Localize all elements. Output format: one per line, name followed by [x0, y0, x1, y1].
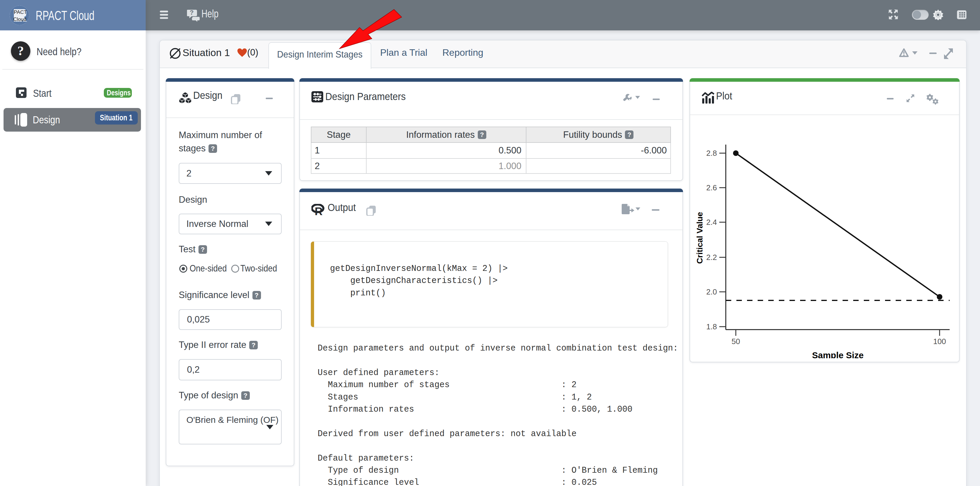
svg-text:Cloud: Cloud: [13, 16, 26, 22]
svg-text:2.4: 2.4: [706, 218, 717, 226]
svg-text:PACT: PACT: [14, 10, 27, 15]
svg-text:Sample Size: Sample Size: [812, 350, 864, 358]
svg-text:1.8: 1.8: [706, 322, 717, 331]
svg-text:50: 50: [732, 337, 740, 346]
svg-text:2.0: 2.0: [706, 287, 717, 296]
svg-text:?: ?: [189, 9, 194, 16]
svg-text:2.6: 2.6: [706, 183, 717, 192]
svg-text:R: R: [315, 206, 323, 216]
svg-text:2.2: 2.2: [706, 253, 717, 262]
svg-text:2.8: 2.8: [706, 149, 717, 158]
svg-text:Critical Value: Critical Value: [695, 212, 704, 264]
svg-text:100: 100: [933, 337, 946, 346]
